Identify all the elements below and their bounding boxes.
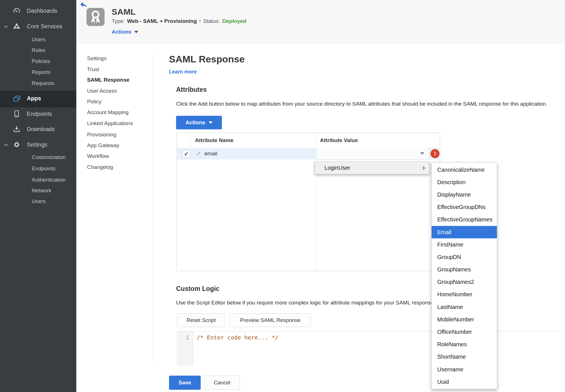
menu-item-username[interactable]: Username — [432, 363, 497, 376]
sidebar-item-customization[interactable]: Customization — [32, 154, 66, 160]
gauge-icon — [13, 7, 21, 15]
menu-item-email[interactable]: Email — [432, 226, 497, 238]
caret-down-icon — [209, 121, 213, 124]
menu-item-mobilenumber[interactable]: MobileNumber — [432, 313, 497, 326]
gear-icon — [13, 141, 21, 149]
sidebar-item-roles[interactable]: Roles — [32, 47, 46, 53]
status-label: Status: — [203, 18, 220, 24]
attributes-description: Click the Add button below to map attrib… — [176, 101, 547, 107]
sidebar-item-network[interactable]: Network — [32, 188, 51, 194]
core-services-icon — [13, 22, 21, 30]
editor-line-number: 1 — [177, 334, 189, 341]
subnav-divider — [153, 55, 153, 363]
sidebar-item-downloads[interactable]: Downloads — [27, 126, 55, 132]
column-header-attribute-name: Attribute Name — [195, 137, 233, 143]
sidebar-item-authentication[interactable]: Authentication — [32, 177, 66, 183]
menu-item-groupnames2[interactable]: GroupNames2 — [432, 276, 497, 288]
reset-script-button[interactable]: Reset Script — [177, 313, 225, 327]
tab-settings[interactable]: Settings — [87, 55, 107, 62]
sidebar-item-dashboards[interactable]: Dashboards — [27, 8, 57, 14]
apps-icon — [13, 95, 21, 103]
submenu-arrow-icon — [423, 166, 425, 170]
menu-item-displayname[interactable]: DisplayName — [432, 188, 497, 201]
endpoint-device-icon — [13, 110, 21, 118]
back-arrow-icon[interactable] — [80, 2, 87, 8]
menu-item-shortname[interactable]: ShortName — [432, 351, 497, 363]
page-title: SAML Response — [169, 54, 245, 65]
attributes-heading: Attributes — [176, 86, 207, 93]
sidebar: Dashboards Core Services Users Roles Pol… — [0, 0, 76, 392]
dot-separator: • — [199, 18, 201, 24]
tab-user-access[interactable]: User Access — [87, 88, 117, 94]
sidebar-item-settings-endpoints[interactable]: Endpoints — [32, 165, 56, 172]
download-icon — [13, 125, 21, 133]
attribute-submenu: CanonicalizeName Description DisplayName… — [431, 162, 497, 389]
tab-linked-applications[interactable]: Linked Applications — [87, 120, 133, 127]
menu-item-canonicalizename[interactable]: CanonicalizeName — [432, 164, 497, 176]
sidebar-item-endpoints[interactable]: Endpoints — [27, 111, 52, 117]
tab-policy[interactable]: Policy — [87, 99, 101, 105]
app-actions-label: Actions — [112, 29, 131, 35]
learn-more-link[interactable]: Learn more — [169, 69, 197, 75]
sidebar-item-settings-users[interactable]: Users — [32, 198, 46, 204]
sidebar-item-apps[interactable]: Apps — [0, 91, 76, 108]
sidebar-item-core-services[interactable]: Core Services — [27, 23, 62, 30]
app-actions-menu[interactable]: Actions — [112, 29, 138, 35]
sidebar-item-policies[interactable]: Policies — [32, 58, 50, 64]
app-title: SAML — [112, 7, 136, 17]
app-logo — [86, 8, 105, 26]
sidebar-item-settings[interactable]: Settings — [27, 141, 47, 148]
editor-code-line[interactable]: /* Enter code here... */ — [197, 334, 278, 341]
menu-item-lastname[interactable]: LastName — [432, 301, 497, 313]
tab-account-mapping[interactable]: Account Mapping — [87, 109, 129, 116]
sidebar-item-users[interactable]: Users — [32, 36, 46, 43]
award-ribbon-icon — [86, 8, 105, 26]
tab-changelog[interactable]: Changelog — [87, 164, 113, 170]
context-menu-loginuser[interactable]: LoginUser — [324, 165, 350, 171]
attribute-name-cell: email — [204, 151, 217, 157]
menu-item-description[interactable]: Description — [432, 176, 497, 188]
custom-logic-heading: Custom Logic — [176, 285, 219, 293]
edit-pencil-icon[interactable] — [195, 151, 202, 157]
save-button[interactable]: Save — [169, 376, 201, 390]
menu-item-rolenames[interactable]: RoleNames — [432, 338, 497, 351]
cancel-button[interactable]: Cancel — [204, 376, 240, 390]
column-header-attribute-value: Attribute Value — [320, 137, 358, 143]
menu-item-firstname[interactable]: FirstName — [432, 238, 497, 251]
tab-trust[interactable]: Trust — [87, 66, 99, 73]
attribute-value-dropdown[interactable] — [317, 148, 430, 160]
menu-item-uuid[interactable]: Uuid — [432, 376, 497, 388]
chevron-down-icon[interactable] — [4, 25, 8, 28]
tab-saml-response[interactable]: SAML Response — [87, 77, 129, 83]
caret-down-icon[interactable] — [420, 152, 425, 155]
tab-app-gateway[interactable]: App Gateway — [87, 142, 119, 149]
attributes-actions-label: Actions — [185, 119, 205, 126]
app-meta: Type: Web - SAML + Provisioning • Status… — [112, 18, 246, 24]
status-badge: Deployed — [222, 18, 246, 24]
error-icon: ! — [430, 149, 440, 158]
tab-provisioning[interactable]: Provisioning — [87, 132, 116, 138]
preview-saml-response-button[interactable]: Preview SAML Response — [230, 313, 311, 327]
menu-item-officenumber[interactable]: OfficeNumber — [432, 326, 497, 338]
chevron-down-icon[interactable] — [4, 143, 8, 147]
sidebar-item-reports[interactable]: Reports — [32, 69, 51, 75]
column-divider — [190, 133, 191, 148]
menu-item-groupdn[interactable]: GroupDN — [432, 251, 497, 263]
type-value: Web - SAML + Provisioning — [127, 18, 197, 24]
menu-item-groupnames[interactable]: GroupNames — [432, 263, 497, 276]
menu-item-effectivegroupdns[interactable]: EffectiveGroupDNs — [432, 201, 497, 214]
type-label: Type: — [112, 18, 125, 24]
row-checkbox[interactable]: ✓ — [182, 150, 190, 158]
custom-logic-description: Use the Script Editor below if you requi… — [176, 300, 435, 306]
caret-down-icon — [134, 31, 138, 33]
menu-item-effectivegroupnames[interactable]: EffectiveGroupNames — [432, 214, 497, 226]
sidebar-item-apps-label: Apps — [27, 95, 41, 102]
attributes-actions-button[interactable]: Actions — [176, 116, 222, 129]
tab-workflow[interactable]: Workflow — [87, 153, 109, 159]
menu-item-homenumber[interactable]: HomeNumber — [432, 288, 497, 301]
sidebar-item-requests[interactable]: Requests — [32, 80, 54, 86]
value-context-menu[interactable]: LoginUser — [315, 162, 430, 174]
